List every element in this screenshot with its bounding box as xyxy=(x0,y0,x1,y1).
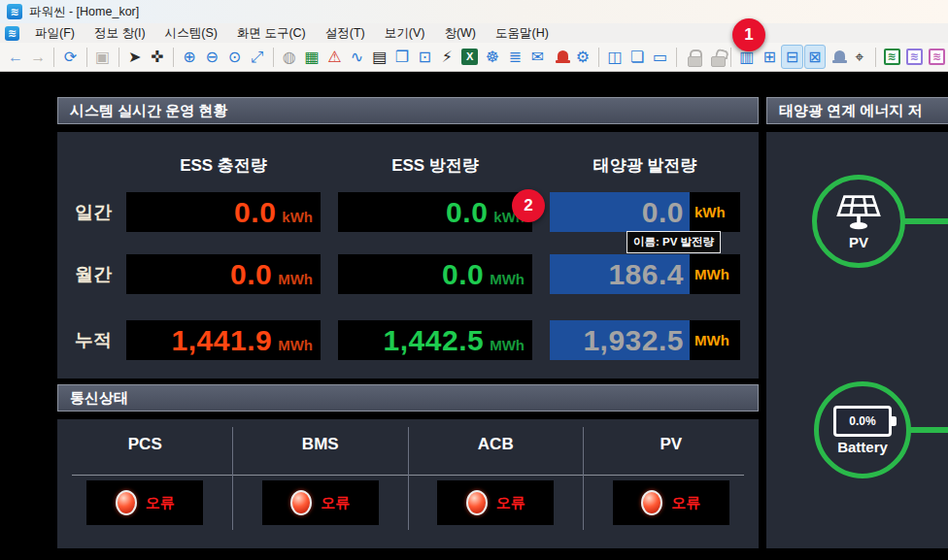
value-daily-pv-generation[interactable]: 0.0kWh xyxy=(550,192,740,232)
zoom-in-icon[interactable]: ⊕ xyxy=(179,45,200,69)
logo-green-icon-glyph: ≋ xyxy=(884,49,900,65)
comm-divider-vertical xyxy=(232,427,233,530)
selected-value-area: 186.4 xyxy=(550,254,690,294)
pv-value-tooltip: 이름: PV 발전량 xyxy=(626,231,721,253)
zoom-out-icon[interactable]: ⊖ xyxy=(201,45,222,69)
app-logo-icon: ≋ xyxy=(7,4,22,19)
value-monthly-ess-charge[interactable]: 0.0MWh xyxy=(126,254,321,294)
device-name-pcs: PCS xyxy=(128,425,162,468)
value-daily-ess-charge[interactable]: 0.0kWh xyxy=(126,192,321,232)
cascade-windows-icon[interactable]: ❏ xyxy=(626,45,648,69)
menu-item-tools[interactable]: 화면 도구(C) xyxy=(227,23,316,43)
logo-green-icon[interactable]: ≋ xyxy=(881,45,902,69)
menu-item-system[interactable]: 시스템(S) xyxy=(155,23,227,43)
control-wheel-icon[interactable]: ☸ xyxy=(482,45,503,69)
comm-column-pcs: PCS오류 xyxy=(57,425,233,548)
calendar-icon[interactable]: ▤ xyxy=(369,45,390,69)
unit-text: MWh xyxy=(490,259,525,299)
value-text: 186.4 xyxy=(608,258,684,290)
select-cursor-icon[interactable]: ➤ xyxy=(124,45,146,69)
column-header-pv-generation: 태양광 발전량 xyxy=(550,151,740,181)
menu-item-info[interactable]: 정보 창(I) xyxy=(85,23,155,43)
status-box-pv[interactable]: 오류 xyxy=(613,480,729,525)
unit-text: MWh xyxy=(278,325,313,365)
trend-chart-icon[interactable]: ∿ xyxy=(346,45,367,69)
comm-column-pv: PV오류 xyxy=(584,425,760,548)
window-link-icon[interactable]: ⊞ xyxy=(759,45,780,69)
menu-item-window[interactable]: 창(W) xyxy=(434,23,486,43)
value-total-pv-generation[interactable]: 1,932.5MWh xyxy=(550,320,740,360)
target-remove-icon[interactable]: ⌖ xyxy=(849,45,870,69)
split-view-icon[interactable]: ◫ xyxy=(604,45,626,69)
forward-icon[interactable]: → xyxy=(27,45,49,69)
bell-check-icon[interactable] xyxy=(827,45,848,69)
screen-search-icon[interactable]: ⊡ xyxy=(414,45,435,69)
value-monthly-pv-generation[interactable]: 186.4MWh xyxy=(550,254,740,294)
unit-area: kWh xyxy=(690,192,740,232)
main-panel-header: 시스템 실시간 운영 현황 xyxy=(57,97,759,124)
logo-purple-icon-glyph: ≋ xyxy=(906,49,923,65)
toolbar-separator xyxy=(118,48,119,67)
export-image-icon[interactable]: ▣ xyxy=(91,45,113,69)
pv-connector-line xyxy=(904,218,948,224)
selected-value-area: 0.0 xyxy=(550,192,690,232)
status-box-acb[interactable]: 오류 xyxy=(437,480,554,525)
back-icon[interactable]: ← xyxy=(5,45,26,69)
energy-diagram: PV 0.0% Battery xyxy=(766,132,948,548)
lock-icon[interactable] xyxy=(681,45,702,69)
value-daily-ess-discharge[interactable]: 0.0kWh xyxy=(338,192,532,232)
pv-node[interactable]: PV xyxy=(812,175,905,268)
value-text: 0.0 xyxy=(446,192,488,232)
settings-gear-icon[interactable]: ⚙ xyxy=(572,45,593,69)
value-monthly-ess-discharge[interactable]: 0.0MWh xyxy=(338,254,532,294)
pan-hand-icon[interactable]: ✜ xyxy=(147,45,168,69)
globe-icon[interactable]: ◍ xyxy=(279,45,300,69)
chat-select-icon[interactable]: ⊠ xyxy=(804,45,826,69)
comm-column-acb: ACB오류 xyxy=(408,425,584,548)
status-box-bms[interactable]: 오류 xyxy=(262,480,379,525)
device-name-pv: PV xyxy=(660,425,682,468)
menu-item-settings[interactable]: 설정(T) xyxy=(316,23,375,43)
value-text: 0.0 xyxy=(442,254,484,294)
copy-pages-icon[interactable]: ❐ xyxy=(391,45,413,69)
value-text: 1,932.5 xyxy=(583,324,684,356)
battery-connector-line xyxy=(910,427,948,433)
value-text: 0.0 xyxy=(642,196,684,228)
menu-item-file[interactable]: 파일(F) xyxy=(25,23,85,43)
device-name-acb: ACB xyxy=(478,425,514,468)
script-trigger-icon[interactable]: ⚡ xyxy=(436,45,457,69)
alarm-bell-icon[interactable] xyxy=(550,45,571,69)
value-text: 0.0 xyxy=(234,192,276,232)
status-text-pv: 오류 xyxy=(671,494,700,512)
window-title: 파워씬 - [Home_kor] xyxy=(29,4,139,20)
menu-item-help[interactable]: 도움말(H) xyxy=(486,23,559,43)
document-logo-icon: ≋ xyxy=(5,26,19,41)
comment-bubble-icon[interactable]: ⊟ xyxy=(781,45,802,69)
battery-icon: 0.0% xyxy=(833,406,892,437)
message-monitor-icon[interactable]: ✉ xyxy=(526,45,548,69)
refresh-icon[interactable]: ⟳ xyxy=(59,45,81,69)
toolbar-separator xyxy=(86,48,87,67)
monitor-icon[interactable]: ▭ xyxy=(649,45,670,69)
value-total-ess-discharge[interactable]: 1,442.5MWh xyxy=(338,320,532,360)
status-led-icon xyxy=(116,490,137,515)
alarm-warning-icon[interactable]: ⚠ xyxy=(323,45,345,69)
zoom-100-icon[interactable]: ⊙ xyxy=(223,45,245,69)
status-led-icon xyxy=(466,490,488,515)
data-grid-icon[interactable]: ▦ xyxy=(301,45,322,69)
status-box-pcs[interactable]: 오류 xyxy=(86,480,203,525)
status-led-icon xyxy=(641,490,662,515)
unit-area: MWh xyxy=(690,320,740,360)
column-header-ess-charge: ESS 충전량 xyxy=(126,151,321,181)
right-panel-header: 태양광 연계 에너지 저 xyxy=(766,97,948,124)
zoom-fit-icon[interactable]: ⤢ xyxy=(247,45,268,69)
battery-node[interactable]: 0.0% Battery xyxy=(814,381,911,478)
excel-export-icon[interactable]: X xyxy=(459,45,481,69)
layers-icon[interactable]: ≣ xyxy=(504,45,525,69)
unit-text: MWh xyxy=(694,266,729,282)
logo-pink-icon[interactable]: ≋ xyxy=(927,45,948,69)
menu-item-view[interactable]: 보기(V) xyxy=(375,23,435,43)
value-total-ess-charge[interactable]: 1,441.9MWh xyxy=(126,320,321,360)
unlock-icon[interactable] xyxy=(704,45,726,69)
logo-purple-icon[interactable]: ≋ xyxy=(903,45,925,69)
